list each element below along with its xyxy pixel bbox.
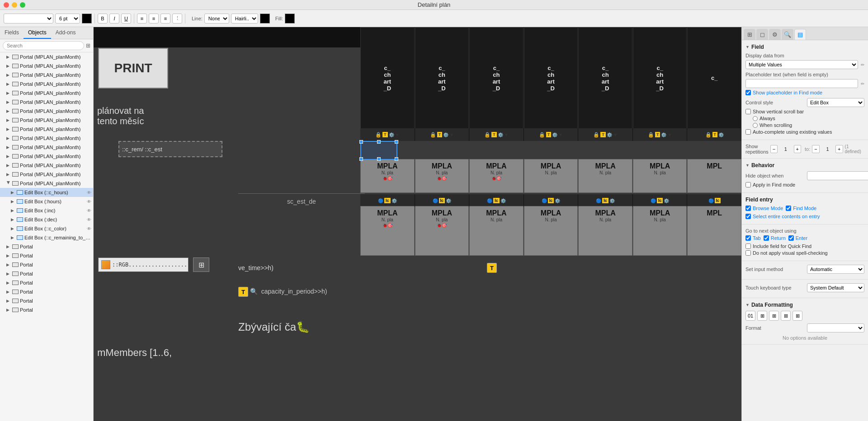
placeholder-input[interactable]	[745, 79, 858, 88]
list-item[interactable]: ▶ Portal	[0, 242, 93, 251]
underline-button[interactable]: U	[121, 14, 131, 23]
list-item[interactable]: ▶ Portal (MPLAN_planMonth)	[0, 170, 93, 179]
tab-objects[interactable]: Objects	[24, 27, 51, 39]
list-item[interactable]: ▶ Portal	[0, 260, 93, 269]
tab-addons[interactable]: Add-ons	[51, 27, 80, 39]
tab-fields[interactable]: Fields	[0, 27, 24, 39]
spell-check-checkbox[interactable]	[745, 250, 751, 256]
list-item[interactable]: ▶ Portal (MPLAN_planMonth)	[0, 107, 93, 116]
list-item[interactable]: ▶ Portal	[0, 278, 93, 287]
maximize-button[interactable]	[20, 2, 25, 8]
minimize-button[interactable]	[12, 2, 17, 8]
portal-icon	[12, 108, 19, 114]
always-radio[interactable]	[753, 116, 758, 121]
list-item[interactable]: ▶ Portal (MPLAN_planMonth)	[0, 98, 93, 107]
editbox-color-item[interactable]: ▶ Edit Box (::c_color) 👁	[0, 224, 93, 233]
tab-objects-icon[interactable]: ◻	[756, 29, 768, 40]
show-placeholder-checkbox[interactable]	[745, 90, 751, 95]
editbox-hours-item[interactable]: ▶ Edit Box (:hours) 👁	[0, 197, 93, 206]
control-style-select[interactable]: Edit Box	[807, 98, 864, 107]
eye-icon[interactable]: 👁	[87, 208, 91, 213]
close-button[interactable]	[4, 2, 9, 8]
return-checkbox[interactable]	[764, 235, 769, 241]
bold-button[interactable]: B	[98, 14, 108, 23]
list-item[interactable]: ▶ Portal (MPLAN_planMonth)	[0, 70, 93, 80]
hairline-select[interactable]: Hairli...	[231, 14, 258, 23]
find-mode-checkbox[interactable]	[786, 206, 791, 211]
apply-find-mode-row: Apply in Find mode	[745, 182, 864, 187]
increment-button[interactable]: +	[794, 145, 802, 153]
font-size-select[interactable]: 6 pt	[55, 14, 80, 23]
show-scroll-checkbox[interactable]	[745, 109, 751, 114]
editbox-inc-item[interactable]: ▶ Edit Box (:inc) 👁	[0, 206, 93, 215]
tab-inspector-icon[interactable]: 🔍	[782, 29, 793, 40]
auto-complete-checkbox[interactable]	[745, 129, 751, 135]
editbox-cc-hours-item[interactable]: ▶ Edit Box (::c_hours) 👁	[0, 188, 93, 197]
list-item[interactable]: ▶ Portal (MPLAN_planMonth)	[0, 89, 93, 98]
when-scrolling-radio[interactable]	[753, 123, 758, 128]
tab-layout-icon[interactable]: ▤	[794, 29, 806, 40]
tab-fields-icon[interactable]: ⊞	[744, 29, 755, 40]
search-input[interactable]	[3, 41, 84, 50]
display-data-select[interactable]: Multiple Values	[745, 60, 858, 69]
color-box[interactable]	[82, 14, 92, 23]
input-field-overlay[interactable]: ::c_rem/ ::c_est	[118, 141, 222, 157]
list-item[interactable]: ▶ Portal	[0, 251, 93, 260]
line-color-box[interactable]	[260, 14, 270, 23]
edit-pencil-icon[interactable]: ✏	[861, 81, 864, 86]
tab-settings-icon[interactable]: ⚙	[769, 29, 781, 40]
list-item[interactable]: ▶ Portal (MPLAN_planMonth)	[0, 116, 93, 125]
quick-find-checkbox[interactable]	[745, 243, 751, 249]
tab-checkbox[interactable]	[745, 235, 751, 241]
input-method-select[interactable]: Automatic	[807, 265, 864, 274]
list-item[interactable]: ▶ Portal (MPLAN_planMonth)	[0, 125, 93, 134]
list-item-expanded-portal[interactable]: ▶ Portal (MPLAN_planMonth)	[0, 179, 93, 188]
increment-to-button[interactable]: +	[835, 145, 843, 153]
eye-icon[interactable]: 👁	[87, 226, 91, 231]
filter-icon[interactable]: ⊞	[86, 42, 90, 49]
editbox-remaining-item[interactable]: ▶ Edit Box (::c_remaining_to_plan)	[0, 233, 93, 242]
touch-keyboard-label: Touch keyboard type	[745, 285, 804, 290]
show-placeholder-label: Show placeholder in Find mode	[753, 90, 822, 95]
list-item[interactable]: ▶ Portal	[0, 287, 93, 296]
eye-icon[interactable]: 👁	[87, 190, 91, 195]
list-item[interactable]: ▶ Portal	[0, 269, 93, 278]
fill-color-box[interactable]	[285, 14, 295, 23]
list-item[interactable]: ▶ Portal (MPLAN_planMonth)	[0, 134, 93, 143]
italic-button[interactable]: I	[109, 14, 119, 23]
align-justify-button[interactable]: ⋮	[172, 14, 182, 23]
repetitions-value: 1	[779, 146, 792, 152]
decrement-button[interactable]: −	[770, 145, 778, 153]
line-select[interactable]: None	[204, 14, 229, 23]
apply-find-mode-checkbox[interactable]	[745, 182, 751, 187]
format-icon-3[interactable]: ⊞	[769, 311, 779, 321]
format-icon-4[interactable]: ⊞	[781, 311, 791, 321]
select-entire-checkbox[interactable]	[745, 214, 751, 219]
decrement-to-button[interactable]: −	[812, 145, 820, 153]
portal-icon	[12, 145, 19, 150]
list-item[interactable]: ▶ Portal (MPLAN_planMonth)	[0, 161, 93, 170]
format-icon-1[interactable]: 01	[745, 311, 755, 321]
format-icon-5[interactable]: ⊞	[793, 311, 802, 321]
hide-object-input[interactable]	[807, 171, 868, 180]
list-item[interactable]: ▶ Portal (MPLAN_planMonth)	[0, 80, 93, 89]
eye-icon[interactable]: 👁	[87, 199, 91, 204]
list-item[interactable]: ▶ Portal (MPLAN_planMonth)	[0, 152, 93, 161]
enter-checkbox[interactable]	[788, 235, 794, 241]
align-right-button[interactable]: ≡	[160, 14, 170, 23]
edit-icon[interactable]: ✏	[861, 62, 864, 67]
format-icon-2[interactable]: ⊞	[757, 311, 767, 321]
list-item[interactable]: ▶ Portal	[0, 305, 93, 314]
align-left-button[interactable]: ≡	[137, 14, 147, 23]
browse-mode-checkbox[interactable]	[745, 206, 751, 211]
list-item[interactable]: ▶ Portal (MPLAN_planMonth)	[0, 52, 93, 61]
font-family-select[interactable]	[4, 14, 53, 23]
list-item[interactable]: ▶ Portal (MPLAN_planMonth)	[0, 61, 93, 70]
list-item[interactable]: ▶ Portal	[0, 296, 93, 305]
touch-keyboard-select[interactable]: System Default	[807, 283, 864, 292]
eye-icon[interactable]: 👁	[87, 217, 91, 222]
editbox-dec-item[interactable]: ▶ Edit Box (:dec) 👁	[0, 215, 93, 224]
align-center-button[interactable]: ≡	[149, 14, 159, 23]
list-item[interactable]: ▶ Portal (MPLAN_planMonth)	[0, 143, 93, 152]
format-select[interactable]	[807, 323, 864, 332]
